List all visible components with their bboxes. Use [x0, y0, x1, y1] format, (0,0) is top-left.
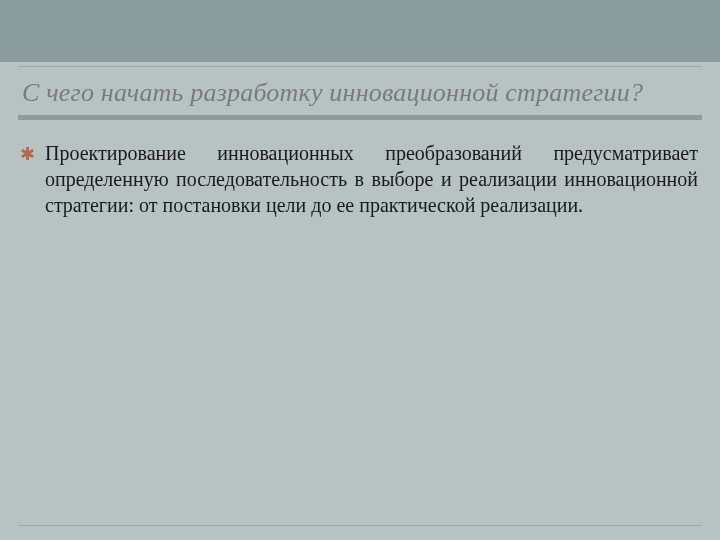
slide-title: С чего начать разработку инновационной с…: [22, 78, 698, 108]
bullet-text: Проектирование инновационных преобразова…: [45, 140, 698, 218]
title-underline: [18, 115, 702, 120]
bullet-icon: ✱: [20, 143, 35, 166]
header-band: [0, 0, 720, 62]
top-divider: [18, 66, 702, 67]
list-item: ✱ Проектирование инновационных преобразо…: [20, 140, 698, 218]
content-area: ✱ Проектирование инновационных преобразо…: [20, 140, 698, 218]
bottom-divider: [18, 525, 702, 526]
